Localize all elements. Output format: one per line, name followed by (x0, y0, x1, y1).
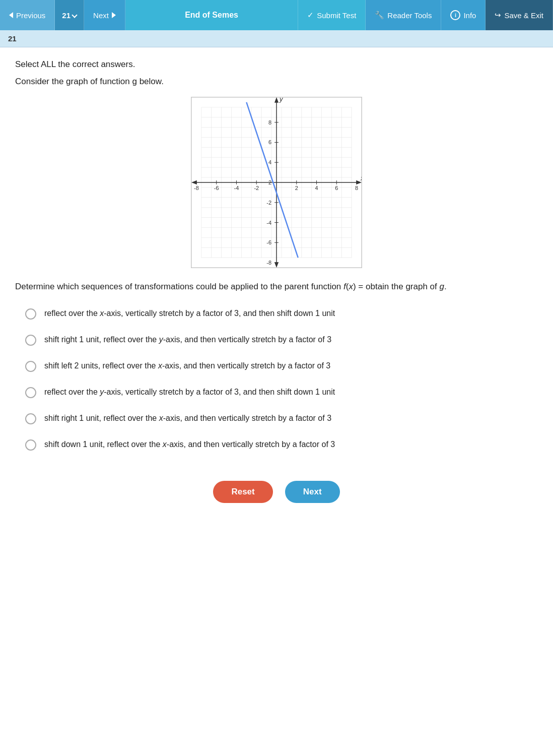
arrow-left-icon (9, 12, 13, 18)
arrow-right-icon (112, 12, 116, 18)
choice-item-c: shift left 2 units, reflect over the x-a… (25, 360, 538, 372)
choice-text-c: shift left 2 units, reflect over the x-a… (44, 360, 330, 372)
question-number-banner: 21 (8, 34, 17, 43)
navbar: Previous 21 Next End of Semes ✓ Submit T… (0, 0, 553, 30)
info-button[interactable]: i Info (441, 0, 486, 30)
function-graph: -8 -6 -4 -2 2 4 6 8 8 6 4 2 -2 -4 -6 -8 … (191, 97, 362, 268)
svg-text:-4: -4 (266, 220, 271, 226)
end-of-semester[interactable]: End of Semes (125, 0, 298, 30)
check-icon: ✓ (307, 11, 314, 20)
bottom-bar: Reset Next (15, 471, 538, 513)
svg-text:8: 8 (268, 119, 271, 125)
svg-text:6: 6 (335, 185, 338, 191)
choice-radio-b[interactable] (25, 335, 36, 346)
choice-radio-e[interactable] (25, 413, 36, 424)
question-number: 21 (62, 11, 71, 20)
svg-text:-4: -4 (234, 185, 239, 191)
choice-radio-a[interactable] (25, 308, 36, 320)
svg-text:x: x (360, 174, 362, 182)
svg-text:2: 2 (268, 179, 271, 185)
previous-button[interactable]: Previous (0, 0, 55, 30)
choice-item-d: reflect over the y-axis, vertically stre… (25, 386, 538, 398)
wrench-icon: 🔧 (375, 11, 384, 20)
exit-arrow-icon: ↪ (495, 11, 501, 20)
chevron-down-icon (72, 12, 77, 18)
next-button-bottom[interactable]: Next (285, 481, 340, 503)
description-text: Determine which sequences of transformat… (15, 280, 538, 293)
previous-label: Previous (16, 11, 45, 20)
submit-label: Submit Test (317, 11, 356, 20)
choice-item-a: reflect over the x-axis, vertically stre… (25, 307, 538, 320)
choice-radio-d[interactable] (25, 387, 36, 398)
main-content: Select ALL the correct answers. Consider… (0, 47, 553, 525)
next-label-top: Next (93, 11, 109, 20)
choice-text-d: reflect over the y-axis, vertically stre… (44, 386, 335, 398)
reader-tools-button[interactable]: 🔧 Reader Tools (366, 0, 441, 30)
choice-item-f: shift down 1 unit, reflect over the x-ax… (25, 438, 538, 451)
choice-text-a: reflect over the x-axis, vertically stre… (44, 307, 335, 320)
question-banner: 21 (0, 30, 553, 47)
choice-item-b: shift right 1 unit, reflect over the y-a… (25, 334, 538, 346)
reset-button[interactable]: Reset (213, 481, 272, 503)
choice-text-f: shift down 1 unit, reflect over the x-ax… (44, 438, 335, 451)
instruction-text: Select ALL the correct answers. (15, 59, 538, 70)
save-exit-label: Save & Exit (504, 11, 543, 20)
question-text: Consider the graph of function g below. (15, 77, 538, 87)
svg-text:4: 4 (268, 159, 271, 165)
save-exit-button[interactable]: ↪ Save & Exit (486, 0, 553, 30)
info-label: Info (463, 11, 476, 20)
next-button-top[interactable]: Next (84, 0, 125, 30)
svg-text:8: 8 (355, 185, 358, 191)
svg-text:6: 6 (268, 139, 271, 145)
answer-choices: reflect over the x-axis, vertically stre… (25, 307, 538, 451)
end-of-semester-label: End of Semes (185, 11, 238, 20)
info-icon: i (450, 10, 460, 20)
submit-test-button[interactable]: ✓ Submit Test (298, 0, 366, 30)
svg-text:-8: -8 (266, 260, 271, 266)
choice-text-b: shift right 1 unit, reflect over the y-a… (44, 334, 331, 346)
svg-text:-2: -2 (266, 200, 271, 206)
svg-text:-6: -6 (266, 239, 271, 245)
svg-text:2: 2 (295, 185, 298, 191)
svg-text:-6: -6 (214, 185, 219, 191)
choice-item-e: shift right 1 unit, reflect over the x-a… (25, 412, 538, 424)
question-number-dropdown[interactable]: 21 (55, 0, 84, 30)
svg-text:4: 4 (315, 185, 318, 191)
svg-text:-8: -8 (194, 185, 199, 191)
reader-tools-label: Reader Tools (387, 11, 432, 20)
svg-text:-2: -2 (254, 185, 259, 191)
choice-radio-c[interactable] (25, 361, 36, 372)
choice-radio-f[interactable] (25, 439, 36, 451)
choice-text-e: shift right 1 unit, reflect over the x-a… (44, 412, 331, 424)
graph-container: -8 -6 -4 -2 2 4 6 8 8 6 4 2 -2 -4 -6 -8 … (15, 97, 538, 268)
